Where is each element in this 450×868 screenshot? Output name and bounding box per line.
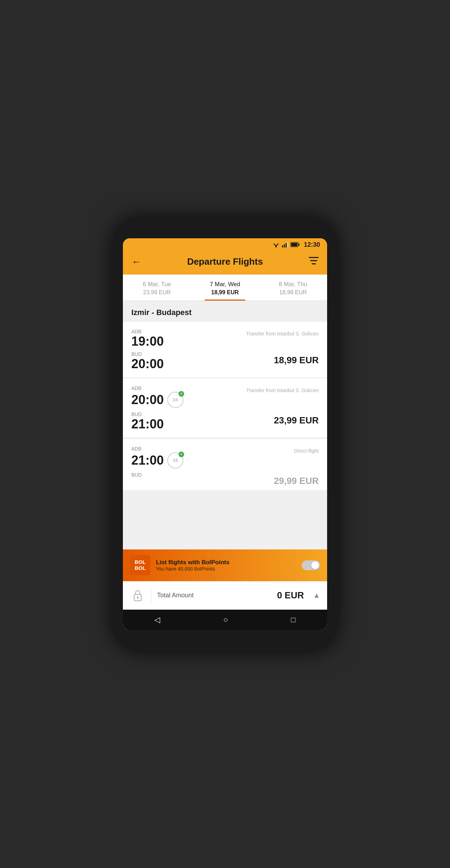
page-title: Departure Flights (187, 256, 263, 267)
filter-icon (309, 257, 319, 265)
flight-list: ADB 19:00 Transfer from Istanbul S. Gokc… (123, 321, 327, 549)
flight-2-arr-time: 21:00 (131, 418, 274, 430)
back-button[interactable]: ← (131, 256, 141, 268)
status-bar: 12:30 (123, 238, 327, 251)
flight-1-arr-time: 20:00 (131, 358, 274, 370)
flight-2-price: 23,99 EUR (274, 415, 319, 426)
tab-3-date: 8 Mar, Thu (263, 281, 324, 288)
flight-3-transfer: Direct flight (294, 446, 319, 454)
date-tabs: 6 Mar, Tue 23,99 EUR 7 Mar, Wed 18,99 EU… (123, 275, 327, 301)
filter-button[interactable] (309, 257, 319, 267)
tab-date-2[interactable]: 7 Mar, Wed 18,99 EUR (191, 275, 259, 301)
lock-icon (130, 588, 145, 603)
tab-date-1[interactable]: 6 Mar, Tue 23,99 EUR (123, 275, 191, 301)
flight-2-dep-code: ADB (131, 385, 246, 391)
check-icon-flight2: ✓ (179, 391, 184, 397)
flight-1-price: 18,99 EUR (274, 355, 319, 366)
flight-1-dep-code: ADB (131, 329, 246, 334)
wifi-icon (272, 242, 280, 247)
flight-1-price-area: 18,99 EUR (274, 351, 319, 366)
flight-2-right: Transfer from Istanbul S. Gokcen (246, 385, 319, 393)
flight-2-arr-code: BUD (131, 411, 274, 417)
flight-1-departure: ADB 19:00 (131, 329, 246, 348)
bolpoints-toggle[interactable] (302, 560, 320, 570)
bolpoints-title: List flights with BolPoints (156, 559, 296, 566)
flight-2-transfer: Transfer from Istanbul S. Gokcen (246, 385, 319, 393)
total-divider (151, 589, 151, 603)
phone-shell: 12:30 ← Departure Flights 6 Mar, Tue 23,… (112, 217, 338, 651)
flight-1-arr-code: BUD (131, 351, 274, 357)
flight-1-transfer: Transfer from Istanbul S. Gokcen (246, 329, 319, 336)
route-heading: Izmir - Budapest (123, 301, 327, 321)
flight-3-price-area: 29,99 EUR (274, 472, 319, 486)
flight-3-arr-code: BUD (131, 472, 274, 478)
flight-1-dep-time: 19:00 (131, 335, 246, 348)
badge-24h-flight3: 24 ✓ (167, 452, 183, 468)
nav-back-button[interactable]: ◁ (154, 615, 160, 624)
total-bar: Total Amount 0 EUR ▲ (123, 581, 327, 610)
svg-rect-6 (287, 242, 288, 247)
nav-home-button[interactable]: ○ (223, 615, 228, 624)
bolpoints-banner: BOL BOL List flights with BolPoints You … (123, 549, 327, 581)
flight-3-dep-time: 21:00 24 ✓ (131, 452, 294, 468)
svg-rect-8 (298, 244, 299, 246)
svg-rect-3 (282, 245, 283, 247)
total-amount-value: 0 EUR (277, 590, 304, 601)
check-icon-flight3: ✓ (179, 452, 184, 457)
bolpoints-text: List flights with BolPoints You have 40.… (156, 559, 296, 572)
flight-card-1[interactable]: ADB 19:00 Transfer from Istanbul S. Gokc… (123, 321, 327, 378)
tab-1-price: 23,99 EUR (126, 289, 187, 296)
bolpoints-subtitle: You have 40.000 BolPoints (156, 566, 296, 572)
bottom-nav: ◁ ○ □ (123, 610, 327, 630)
flight-1-right: Transfer from Istanbul S. Gokcen (246, 329, 319, 336)
battery-icon (290, 242, 300, 247)
flight-3-arrival: BUD (131, 472, 274, 478)
svg-rect-12 (312, 263, 316, 264)
svg-rect-4 (284, 244, 285, 247)
svg-rect-5 (286, 243, 287, 247)
tab-2-price: 18,99 EUR (194, 289, 255, 296)
tab-2-date: 7 Mar, Wed (194, 281, 255, 288)
nav-recent-button[interactable]: □ (291, 615, 295, 624)
flight-2-dep-time: 20:00 24 ✓ (131, 392, 246, 408)
svg-rect-15 (137, 597, 138, 599)
chevron-up-icon[interactable]: ▲ (313, 591, 320, 599)
status-icons: 12:30 (272, 241, 320, 249)
flight-3-dep-code: ADB (131, 446, 294, 452)
status-time: 12:30 (304, 241, 320, 249)
signal-icon (282, 242, 288, 247)
flight-3-departure: ADB 21:00 24 ✓ (131, 446, 294, 468)
flight-card-3[interactable]: ADB 21:00 24 ✓ Direct flight (123, 439, 327, 490)
svg-rect-9 (291, 243, 297, 246)
flight-1-arrival: BUD 20:00 (131, 351, 274, 370)
bol-logo: BOL BOL (130, 555, 150, 575)
tab-3-price: 18,99 EUR (263, 289, 324, 296)
flight-card-2[interactable]: ADB 20:00 24 ✓ Transfer from Istanbul S.… (123, 378, 327, 438)
svg-rect-11 (310, 260, 317, 261)
flight-2-arrival: BUD 21:00 (131, 411, 274, 430)
total-amount-label: Total Amount (157, 592, 271, 599)
phone-screen: 12:30 ← Departure Flights 6 Mar, Tue 23,… (123, 238, 327, 630)
flight-2-price-area: 23,99 EUR (274, 411, 319, 426)
badge-24h-flight2: 24 ✓ (167, 392, 183, 408)
header: ← Departure Flights (123, 251, 327, 275)
flight-3-price: 29,99 EUR (274, 476, 319, 486)
tab-1-date: 6 Mar, Tue (126, 281, 187, 288)
flight-3-right: Direct flight (294, 446, 319, 454)
svg-rect-10 (309, 257, 319, 258)
flight-2-departure: ADB 20:00 24 ✓ (131, 385, 246, 408)
tab-date-3[interactable]: 8 Mar, Thu 18,99 EUR (259, 275, 327, 301)
svg-point-2 (275, 246, 277, 247)
